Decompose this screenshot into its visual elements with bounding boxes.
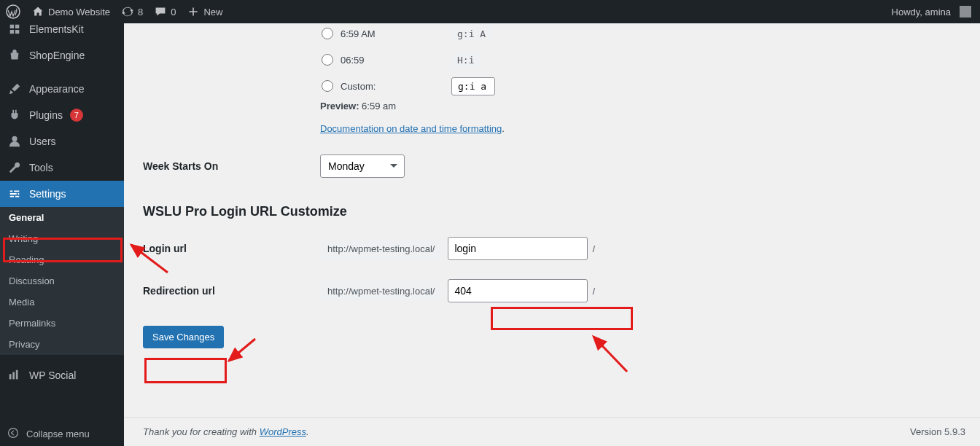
svg-rect-3 (12, 372, 15, 380)
comments-link[interactable]: 0 (149, 0, 182, 23)
sidebar-label: Appearance (29, 83, 85, 95)
url-slash: / (588, 243, 599, 254)
time-radio-hi[interactable] (322, 54, 333, 66)
svg-rect-2 (9, 374, 12, 379)
date-time-doc-link[interactable]: Documentation on date and time formattin… (320, 123, 502, 134)
submenu-writing[interactable]: Writing (0, 228, 124, 249)
site-name: Demo Website (48, 7, 110, 17)
comment-icon (155, 6, 166, 17)
svg-rect-4 (16, 370, 18, 380)
time-format-preview: Preview: 6:59 am (320, 101, 965, 112)
new-label: New (203, 7, 222, 17)
redirect-url-prefix: http://wpmet-testing.local/ (320, 281, 442, 301)
collapse-label: Collapse menu (26, 429, 90, 439)
submenu-reading[interactable]: Reading (0, 249, 124, 270)
submenu-media[interactable]: Media (0, 292, 124, 313)
sidebar-label: ShopEngine (29, 50, 85, 61)
new-link[interactable]: New (182, 0, 228, 23)
updates-link[interactable]: 8 (116, 0, 149, 23)
sidebar-label: Users (29, 136, 56, 147)
home-icon (32, 6, 44, 17)
shopengine-icon (7, 48, 22, 63)
footer-thank: Thank you for creating with WordPress. (143, 426, 309, 437)
elementskit-icon (7, 23, 22, 36)
week-starts-label: Week Starts On (143, 160, 320, 172)
wp-logo[interactable] (0, 0, 26, 23)
collapse-menu[interactable]: Collapse menu (0, 421, 124, 446)
time-format-code: H:i (451, 52, 480, 69)
week-starts-select[interactable]: Monday (320, 154, 405, 178)
comments-count: 0 (171, 7, 176, 17)
wordpress-icon (6, 4, 20, 19)
plus-icon (187, 6, 199, 17)
svg-point-5 (9, 428, 18, 437)
updates-count: 8 (138, 7, 143, 17)
time-format-code: g:i A (451, 26, 491, 42)
login-url-input[interactable] (448, 237, 588, 260)
wpsocial-icon (7, 368, 22, 383)
plugin-badge: 7 (70, 109, 83, 122)
redirect-url-input[interactable] (448, 279, 588, 302)
url-slash: / (588, 286, 599, 297)
time-radio-label: Custom: (341, 81, 444, 92)
sidebar-label: Settings (29, 188, 66, 200)
footer-wp-link[interactable]: WordPress (260, 426, 306, 437)
sidebar-item-plugins[interactable]: Plugins 7 (0, 102, 124, 128)
login-url-prefix: http://wpmet-testing.local/ (320, 239, 442, 259)
site-name-link[interactable]: Demo Website (26, 0, 116, 23)
sidebar-label: Plugins (29, 109, 63, 121)
submenu-privacy[interactable]: Privacy (0, 334, 124, 355)
login-url-label: Login url (143, 243, 320, 254)
time-format-custom-input[interactable] (451, 77, 495, 95)
plug-icon (7, 108, 22, 122)
sidebar-label: ElementsKit (29, 23, 84, 35)
sidebar-item-settings[interactable]: Settings (0, 181, 124, 207)
collapse-icon (7, 427, 19, 441)
sidebar-item-appearance[interactable]: Appearance (0, 76, 124, 102)
time-radio-custom[interactable] (322, 80, 333, 92)
footer-version: Version 5.9.3 (910, 426, 965, 437)
sidebar-item-users[interactable]: Users (0, 128, 124, 154)
section-title: WSLU Pro Login URL Customize (143, 204, 965, 219)
user-icon (7, 134, 22, 149)
sidebar-item-tools[interactable]: Tools (0, 154, 124, 181)
brush-icon (7, 82, 22, 96)
redirect-url-label: Redirection url (143, 285, 320, 297)
svg-point-1 (12, 136, 17, 141)
howdy-text: Howdy, amina (892, 7, 951, 17)
sidebar-label: WP Social (29, 369, 76, 381)
sidebar-item-shopengine[interactable]: ShopEngine (0, 42, 124, 69)
sidebar-item-elementskit[interactable]: ElementsKit (0, 23, 124, 42)
sliders-icon (7, 187, 22, 201)
avatar (960, 6, 971, 17)
howdy-link[interactable]: Howdy, amina (886, 0, 980, 23)
submenu-discussion[interactable]: Discussion (0, 270, 124, 292)
submenu-permalinks[interactable]: Permalinks (0, 313, 124, 334)
submenu-general[interactable]: General (0, 207, 124, 228)
time-radio-gi-a-upper[interactable] (322, 28, 333, 39)
settings-submenu: General Writing Reading Discussion Media… (0, 207, 124, 355)
save-button[interactable]: Save Changes (143, 326, 224, 348)
refresh-icon (122, 6, 133, 17)
wrench-icon (7, 160, 22, 175)
footer: Thank you for creating with WordPress. V… (124, 417, 980, 446)
sidebar-label: Tools (29, 162, 53, 173)
time-radio-label: 06:59 (341, 55, 444, 66)
sidebar-item-wpsocial[interactable]: WP Social (0, 362, 124, 388)
time-radio-label: 6:59 AM (341, 28, 444, 39)
